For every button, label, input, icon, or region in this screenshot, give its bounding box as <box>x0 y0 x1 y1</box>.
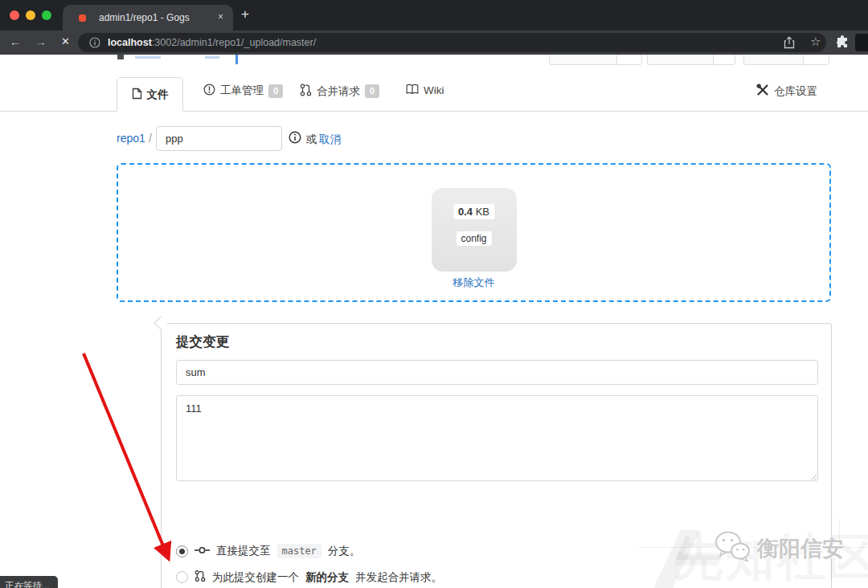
stop-reload-button[interactable]: ✕ <box>61 35 70 47</box>
radio-selected[interactable] <box>176 545 188 557</box>
close-window-button[interactable] <box>10 10 19 20</box>
browser-window: admin1/repo1 - Gogs × + ← → ✕ localhost:… <box>0 0 868 588</box>
wiki-book-icon <box>406 84 419 97</box>
tab-settings-label: 仓库设置 <box>774 84 817 99</box>
browser-tab[interactable]: admin1/repo1 - Gogs × <box>63 5 233 31</box>
fork-button-part <box>744 55 803 64</box>
watermark-brand: 衡阳信安 <box>714 530 844 567</box>
status-tooltip: 正在等待... <box>0 576 58 588</box>
pull-request-icon-small <box>194 570 206 585</box>
gogs-favicon <box>79 14 86 22</box>
site-info-icon[interactable] <box>89 37 100 48</box>
radio-direct-post: 分支。 <box>328 544 361 558</box>
pulls-count-badge: 0 <box>365 84 379 98</box>
fork-button-sliver[interactable] <box>743 55 829 65</box>
radio-new-branch[interactable]: 为此提交创建一个 新的分支 并发起合并请求。 <box>176 570 442 585</box>
radio-commit-direct[interactable]: 直接提交至 master 分支。 <box>176 544 360 558</box>
browser-tabstrip: admin1/repo1 - Gogs × + <box>0 0 868 31</box>
watch-count-part <box>616 55 641 64</box>
watermark-brand-text: 衡阳信安 <box>757 534 844 563</box>
tab-files[interactable]: 文件 <box>117 77 183 112</box>
commit-icon <box>194 545 210 557</box>
tab-repo-settings[interactable]: 仓库设置 <box>756 84 817 99</box>
address-bar[interactable]: localhost:3002/admin1/repo1/_upload/mast… <box>78 33 826 52</box>
url-text: localhost:3002/admin1/repo1/_upload/mast… <box>108 37 316 48</box>
watch-button-sliver[interactable] <box>549 55 642 65</box>
extensions-puzzle-icon[interactable] <box>836 35 850 52</box>
browser-toolbar: ← → ✕ localhost:3002/admin1/repo1/_uploa… <box>0 31 868 55</box>
repo-owner-link-sliver <box>135 56 161 59</box>
breadcrumb-cancel-link[interactable]: 取消 <box>319 133 341 147</box>
issues-count-badge: 0 <box>268 84 283 98</box>
repo-name-link-sliver <box>205 56 219 59</box>
remove-file-link[interactable]: 移除文件 <box>453 276 495 290</box>
tab-issues[interactable]: 工单管理 0 <box>203 84 283 98</box>
fork-count-part <box>803 55 829 64</box>
url-host: localhost <box>108 37 152 48</box>
tab-wiki[interactable]: Wiki <box>406 84 444 97</box>
repo-icon-sliver <box>117 55 124 59</box>
forward-button[interactable]: → <box>35 35 47 48</box>
filename-input[interactable] <box>156 126 282 151</box>
filename-info-icon <box>289 131 301 147</box>
uploaded-file-card: 0.4 KB config <box>432 188 517 272</box>
watch-button-part <box>550 55 616 64</box>
upload-dropzone[interactable]: 0.4 KB config 移除文件 <box>117 163 831 302</box>
file-icon <box>132 88 142 102</box>
tab-issues-label: 工单管理 <box>220 84 264 98</box>
commit-summary-input[interactable] <box>176 360 818 385</box>
file-size-unit: KB <box>476 206 489 218</box>
tab-pull-requests[interactable]: 合并请求 0 <box>300 84 379 99</box>
tools-icon <box>756 84 769 99</box>
repo-link-caret-sliver <box>235 55 238 64</box>
radio-unselected[interactable] <box>176 571 188 583</box>
tab-close-icon[interactable]: × <box>218 11 223 22</box>
star-button-part <box>648 55 713 64</box>
file-size-value: 0.4 <box>458 206 473 218</box>
url-path: :3002/admin1/repo1/_upload/master/ <box>152 37 316 48</box>
panel-notch <box>154 316 168 330</box>
tab-wiki-label: Wiki <box>424 84 444 96</box>
tab-pulls-label: 合并请求 <box>317 84 360 99</box>
star-count-part <box>713 55 735 64</box>
commit-heading: 提交变更 <box>176 333 229 351</box>
file-size-label: 0.4 KB <box>453 204 494 219</box>
radio-branch-pre: 为此提交创建一个 <box>212 570 299 585</box>
back-button[interactable]: ← <box>10 35 21 48</box>
radio-branch-bold: 新的分支 <box>305 570 349 585</box>
maximize-window-button[interactable] <box>42 10 51 20</box>
file-name-label: config <box>456 231 491 246</box>
breadcrumb-separator: / <box>149 132 152 145</box>
wechat-icon <box>714 530 751 567</box>
pull-request-icon <box>300 84 312 99</box>
commit-description-textarea[interactable]: 111 <box>176 395 818 481</box>
gogs-page: 文件 工单管理 0 合并请求 0 Wiki 仓库设置 <box>0 55 868 588</box>
profile-avatar[interactable] <box>855 34 868 51</box>
browser-tab-title: admin1/repo1 - Gogs <box>99 12 190 23</box>
star-button-sliver[interactable] <box>647 55 735 65</box>
radio-branch-post: 并发起合并请求。 <box>355 570 442 585</box>
radio-direct-pre: 直接提交至 <box>216 544 271 558</box>
minimize-window-button[interactable] <box>26 10 35 20</box>
issue-icon <box>203 84 215 98</box>
share-icon[interactable] <box>784 36 795 52</box>
breadcrumb-or-label: 或 <box>306 133 317 147</box>
breadcrumb-repo-link[interactable]: repo1 <box>117 132 145 145</box>
new-tab-button[interactable]: + <box>241 6 249 22</box>
branch-name-chip: master <box>277 544 321 558</box>
bookmark-star-icon[interactable]: ☆ <box>810 35 821 49</box>
tab-files-label: 文件 <box>147 88 169 102</box>
